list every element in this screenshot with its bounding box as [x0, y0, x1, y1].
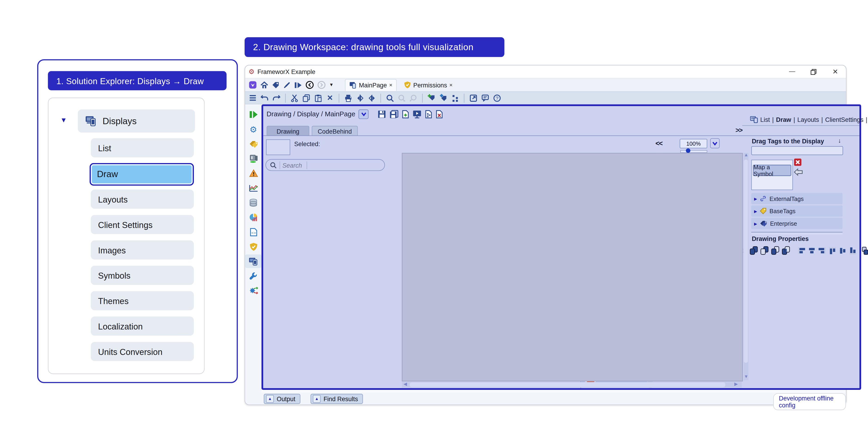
expand-right-button[interactable]: >> — [736, 127, 742, 134]
sidebar-tags-icon[interactable] — [245, 137, 261, 151]
zoom-value-box[interactable]: 100% — [680, 139, 708, 148]
sidebar-historian-icon[interactable] — [245, 181, 261, 195]
tag-icon[interactable] — [272, 81, 279, 89]
sidebar-run-icon[interactable] — [245, 108, 261, 121]
tag-gear-icon[interactable] — [438, 92, 448, 103]
explorer-item-draw[interactable]: Draw — [90, 163, 194, 186]
caret-down-icon[interactable]: ▼ — [329, 83, 334, 87]
sidebar-integration-icon[interactable] — [245, 284, 261, 297]
doc-tab-permissions[interactable]: Permissions × — [400, 79, 456, 91]
remove-symbol-icon[interactable] — [794, 158, 802, 166]
expander-right-icon[interactable]: ▶ — [754, 209, 757, 213]
menu-icon[interactable] — [247, 92, 258, 103]
tab-codebehind[interactable]: CodeBehind — [312, 126, 358, 136]
explorer-item-symbols[interactable]: Symbols — [91, 266, 194, 285]
explorer-item-units-conversion[interactable]: Units Conversion — [91, 342, 194, 361]
nav-forward-icon[interactable] — [317, 81, 326, 89]
restore-icon[interactable] — [810, 69, 817, 75]
preview-display-icon[interactable] — [413, 110, 422, 118]
tag-group-enterprise[interactable]: ▶ Enterprise — [751, 218, 843, 229]
search-box[interactable]: Search — [266, 159, 385, 171]
doc-structure-icon[interactable] — [425, 110, 433, 118]
zoom-forward-icon[interactable] — [396, 92, 407, 103]
scrollbar-thumb[interactable] — [744, 160, 748, 363]
output-button[interactable]: ▲ Output — [264, 394, 301, 404]
paint-icon[interactable] — [283, 81, 291, 89]
sidebar-alarms-icon[interactable] — [245, 167, 261, 180]
breadcrumb-dropdown[interactable] — [359, 109, 369, 119]
new-doc-icon[interactable] — [402, 110, 409, 118]
zoom-back-icon[interactable] — [408, 92, 419, 103]
explorer-item-layouts[interactable]: Layouts — [91, 190, 194, 209]
sidebar-security-icon[interactable] — [245, 240, 261, 253]
tab-drawing[interactable]: Drawing — [267, 126, 309, 136]
scroll-left-icon[interactable]: ◀ — [404, 382, 407, 386]
run-icon[interactable] — [294, 81, 302, 89]
scroll-right-icon[interactable]: ▶ — [734, 382, 738, 386]
save-all-icon[interactable] — [390, 110, 399, 118]
find-results-button[interactable]: ▲ Find Results — [311, 394, 363, 404]
scroll-down-icon[interactable]: ▼ — [744, 375, 748, 379]
explorer-item-localization[interactable]: Localization — [91, 317, 194, 336]
canvas-hscrollbar[interactable]: ◀ ▶ — [402, 382, 742, 387]
help-icon[interactable]: ? — [492, 92, 502, 103]
comment-icon[interactable] — [479, 92, 490, 103]
scrollbar-thumb[interactable] — [410, 382, 725, 387]
module-nav-draw[interactable]: Draw — [776, 116, 791, 123]
tree-view-icon[interactable] — [450, 92, 460, 103]
print-icon[interactable] — [343, 92, 353, 103]
assign-back-arrow-icon[interactable] — [794, 168, 803, 176]
tab-close-icon[interactable]: × — [389, 82, 393, 88]
sidebar-reports-icon[interactable] — [245, 210, 261, 224]
paste-icon[interactable] — [313, 92, 323, 103]
explorer-item-themes[interactable]: Themes — [91, 291, 194, 310]
same-width-icon[interactable] — [860, 245, 868, 256]
delete-doc-icon[interactable] — [436, 110, 443, 118]
module-nav-layouts[interactable]: Layouts — [797, 116, 819, 123]
collapse-left-button[interactable]: << — [655, 140, 662, 147]
module-nav-clientsettings[interactable]: ClientSettings — [825, 116, 864, 123]
sidebar-scripts-icon[interactable]: <> — [245, 225, 261, 239]
cut-icon[interactable] — [289, 92, 300, 103]
config-status[interactable]: Development offline config — [773, 393, 846, 410]
zoom-slider-track[interactable] — [680, 150, 707, 153]
copy-icon[interactable] — [301, 92, 312, 103]
import-icon[interactable] — [354, 92, 365, 103]
map-a-symbol-button[interactable]: Map a Symbol — [753, 165, 791, 176]
drawing-canvas[interactable] — [402, 153, 743, 381]
open-external-icon[interactable] — [468, 92, 478, 103]
scroll-up-icon[interactable]: ▲ — [744, 153, 748, 157]
sidebar-tools-icon[interactable] — [245, 269, 261, 283]
zoom-icon[interactable] — [384, 92, 395, 103]
minimize-icon[interactable]: — — [789, 68, 795, 75]
canvas-vscrollbar[interactable]: ▲ ▼ — [743, 153, 748, 380]
tag-search-input[interactable] — [751, 146, 843, 155]
tag-add-icon[interactable] — [426, 92, 437, 103]
expander-right-icon[interactable]: ▶ — [754, 222, 757, 226]
sidebar-datasets-icon[interactable] — [245, 196, 261, 209]
tag-group-basetags[interactable]: ▶ BaseTags — [751, 205, 843, 216]
explorer-item-list[interactable]: List — [91, 138, 194, 157]
sidebar-settings-icon[interactable]: ⚙ — [245, 122, 261, 136]
nav-back-icon[interactable] — [305, 81, 314, 89]
save-icon[interactable] — [378, 110, 386, 118]
export-icon[interactable] — [366, 92, 377, 103]
tag-group-externaltags[interactable]: ▶ ExternalTags — [751, 193, 843, 204]
undo-icon[interactable] — [259, 92, 270, 103]
expander-down-icon[interactable]: ▼ — [60, 117, 67, 123]
tab-close-icon[interactable]: × — [449, 82, 453, 88]
redo-icon[interactable] — [271, 92, 282, 103]
close-icon[interactable]: ✕ — [832, 68, 838, 75]
logo-icon[interactable] — [249, 81, 257, 89]
sidebar-devices-icon[interactable] — [245, 152, 261, 165]
explorer-root-displays[interactable]: Displays — [78, 109, 195, 133]
delete-icon[interactable]: ✕ — [324, 92, 335, 103]
sidebar-displays-icon[interactable] — [245, 254, 261, 268]
module-nav-list[interactable]: List — [761, 116, 770, 123]
arrow-down-icon[interactable]: ↓ — [838, 138, 841, 144]
explorer-item-images[interactable]: Images — [91, 240, 194, 259]
home-icon[interactable] — [260, 81, 268, 89]
search-input[interactable]: Search — [279, 161, 307, 169]
zoom-slider-thumb[interactable] — [686, 148, 690, 153]
doc-tab-mainpage[interactable]: MainPage × — [345, 79, 397, 91]
